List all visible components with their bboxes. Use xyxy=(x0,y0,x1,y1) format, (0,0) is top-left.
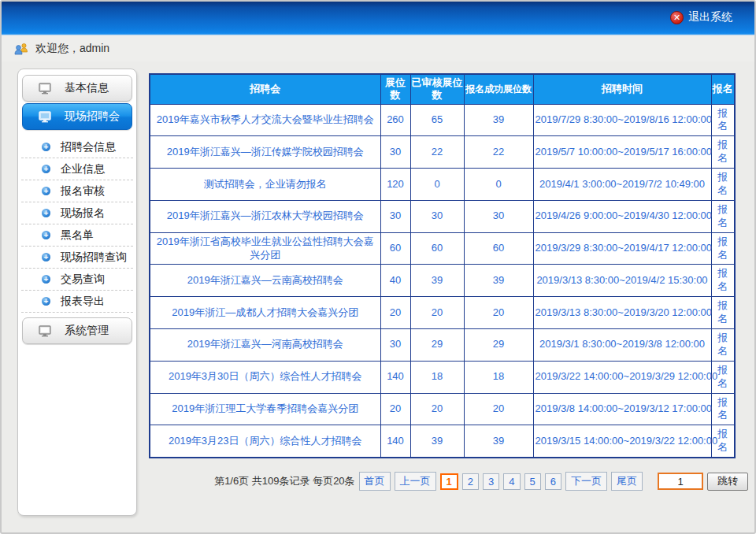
page-button-2[interactable]: 2 xyxy=(462,473,479,490)
plus-circle-icon: + xyxy=(42,143,50,151)
cell-approved: 18 xyxy=(410,361,464,393)
cell-approved: 29 xyxy=(410,328,464,361)
cell-booths: 140 xyxy=(380,425,410,458)
sidebar-subitem-label: 报表导出 xyxy=(61,295,105,309)
cell-name: 2019年3月23日（周六）综合性人才招聘会 xyxy=(150,425,380,458)
cell-booths: 120 xyxy=(380,169,410,201)
register-link[interactable]: 报名 xyxy=(711,136,735,169)
sidebar-subitem-label: 招聘会信息 xyxy=(61,140,116,154)
column-header: 报名 xyxy=(711,74,735,104)
cell-approved: 20 xyxy=(410,297,464,329)
page-button-5[interactable]: 5 xyxy=(524,473,541,490)
sidebar-submenu: +招聘会信息+企业信息+报名审核+现场报名+黑名单+现场招聘查询+交易查询+报表… xyxy=(21,132,133,316)
cell-name: 2019年嘉兴市秋季人才交流大会暨毕业生招聘会 xyxy=(150,104,380,136)
cell-time: 2019/3/13 8:30:00~2019/4/2 15:30:00 xyxy=(533,265,711,297)
register-link[interactable]: 报名 xyxy=(711,169,735,201)
cell-approved: 30 xyxy=(410,200,464,232)
cell-booths: 40 xyxy=(380,265,410,297)
cell-approved: 39 xyxy=(410,425,464,458)
sidebar-subitem[interactable]: +黑名单 xyxy=(21,224,133,247)
sidebar-subitem-label: 企业信息 xyxy=(61,162,105,176)
register-link[interactable]: 报名 xyxy=(711,328,735,361)
page-number-buttons: 123456 xyxy=(440,473,561,490)
table-row: 2019年浙江嘉兴—云南高校招聘会4039392019/3/13 8:30:00… xyxy=(150,265,735,297)
sidebar-subitem[interactable]: +招聘会信息 xyxy=(21,136,133,158)
plus-circle-icon: + xyxy=(42,297,50,306)
cell-approved: 60 xyxy=(410,232,464,265)
sidebar-subitem[interactable]: +企业信息 xyxy=(21,158,133,180)
jump-button[interactable]: 跳转 xyxy=(707,473,748,491)
prev-page-button[interactable]: 上一页 xyxy=(395,472,436,491)
sidebar-item-onsite-jobfair[interactable]: 现场招聘会 xyxy=(22,103,132,130)
sidebar-subitem-label: 现场报名 xyxy=(61,206,105,221)
pagination: 第1/6页 共109条记录 每页20条 首页 上一页 123456 下一页 尾页… xyxy=(149,472,748,491)
table-row: 2019年嘉兴市秋季人才交流大会暨毕业生招聘会26065392019/7/29 … xyxy=(150,104,735,136)
sidebar-item-label: 系统管理 xyxy=(65,324,109,338)
column-header: 招聘时间 xyxy=(533,74,711,104)
sidebar-item-basic-info[interactable]: 基本信息 xyxy=(22,75,132,102)
table-row: 2019年浙江嘉兴—浙江农林大学校园招聘会3030302019/4/26 9:0… xyxy=(150,200,735,232)
cell-booths: 30 xyxy=(380,200,410,232)
cell-time: 2019/3/13 8:30:00~2019/3/20 12:00:00 xyxy=(533,297,711,329)
pagination-summary: 第1/6页 共109条记录 每页20条 xyxy=(214,474,354,488)
cell-booths: 20 xyxy=(380,393,410,425)
cell-name: 2019年浙江理工大学春季招聘会嘉兴分团 xyxy=(150,393,380,425)
jobfair-table-head: 招聘会展位数已审核展位数报名成功展位数招聘时间报名 xyxy=(150,74,735,104)
cell-time: 2019/4/26 9:00:00~2019/4/30 12:00:00 xyxy=(533,200,711,232)
plus-circle-icon: + xyxy=(42,209,50,217)
cell-time: 2019/3/8 14:00:00~2019/3/12 17:00:00 xyxy=(533,393,711,425)
logout-label: 退出系统 xyxy=(688,10,732,24)
cell-registered: 60 xyxy=(464,232,533,265)
cell-name: 测试招聘会，企业请勿报名 xyxy=(150,169,380,201)
table-row: 2019年浙江嘉兴—河南高校招聘会3029292019/3/1 8:30:00~… xyxy=(150,328,735,361)
page-input[interactable] xyxy=(658,473,703,490)
register-link[interactable]: 报名 xyxy=(711,200,735,232)
cell-time: 2019/3/29 8:30:00~2019/4/17 12:00:00 xyxy=(533,232,711,265)
last-page-button[interactable]: 尾页 xyxy=(611,472,643,491)
sidebar-subitem-label: 报名审核 xyxy=(61,184,105,198)
sidebar-item-system-management[interactable]: 系统管理 xyxy=(22,317,132,344)
sidebar-subitem-label: 黑名单 xyxy=(61,228,94,243)
register-link[interactable]: 报名 xyxy=(711,393,735,425)
cell-approved: 20 xyxy=(410,393,464,425)
cell-registered: 39 xyxy=(464,425,533,458)
sidebar-subitem[interactable]: +现场招聘查询 xyxy=(21,247,133,269)
next-page-button[interactable]: 下一页 xyxy=(565,472,607,491)
cell-name: 2019年浙江省高校毕业生就业公益性招聘大会嘉兴分团 xyxy=(150,232,380,265)
cell-name: 2019年浙江—成都人才招聘大会嘉兴分团 xyxy=(150,297,380,329)
cell-registered: 29 xyxy=(464,328,533,361)
jobfair-table: 招聘会展位数已审核展位数报名成功展位数招聘时间报名 2019年嘉兴市秋季人才交流… xyxy=(149,73,736,458)
register-link[interactable]: 报名 xyxy=(711,232,735,265)
table-row: 2019年浙江嘉兴—浙江传媒学院校园招聘会3022222019/5/7 10:0… xyxy=(150,136,735,169)
page-button-4[interactable]: 4 xyxy=(503,473,520,490)
first-page-button[interactable]: 首页 xyxy=(359,472,391,491)
register-link[interactable]: 报名 xyxy=(711,104,735,136)
cell-booths: 30 xyxy=(380,136,410,169)
sidebar-subitem[interactable]: +现场报名 xyxy=(21,202,133,224)
sidebar-subitem[interactable]: +报表导出 xyxy=(21,291,133,313)
page-button-1[interactable]: 1 xyxy=(440,473,458,490)
page-button-3[interactable]: 3 xyxy=(483,473,499,490)
logout-button[interactable]: ✕ 退出系统 xyxy=(670,10,732,24)
welcome-bar: 欢迎您，admin xyxy=(2,36,754,61)
plus-circle-icon: + xyxy=(42,231,50,239)
cell-registered: 20 xyxy=(464,297,533,329)
register-link[interactable]: 报名 xyxy=(711,265,735,297)
register-link[interactable]: 报名 xyxy=(711,297,735,329)
sidebar: 基本信息 现场招聘会 +招聘会信息+企业信息+报名审核+现场报名+黑名单+现场招… xyxy=(17,69,137,516)
titlebar: ✕ 退出系统 xyxy=(2,2,754,35)
page-button-6[interactable]: 6 xyxy=(545,473,561,490)
cell-approved: 22 xyxy=(410,136,464,169)
cell-registered: 18 xyxy=(464,361,533,393)
cell-name: 2019年浙江嘉兴—河南高校招聘会 xyxy=(150,328,380,361)
monitor-icon xyxy=(39,325,52,337)
column-header: 已审核展位数 xyxy=(410,74,464,104)
cell-booths: 140 xyxy=(380,361,410,393)
sidebar-subitem-label: 现场招聘查询 xyxy=(61,250,127,265)
sidebar-subitem[interactable]: +交易查询 xyxy=(21,269,133,291)
table-row: 2019年浙江理工大学春季招聘会嘉兴分团2020202019/3/8 14:00… xyxy=(150,393,735,425)
cell-time: 2019/7/29 8:30:00~2019/8/16 12:00:00 xyxy=(533,104,711,136)
column-header: 报名成功展位数 xyxy=(464,74,533,104)
plus-circle-icon: + xyxy=(42,187,50,195)
sidebar-subitem[interactable]: +报名审核 xyxy=(21,180,133,202)
